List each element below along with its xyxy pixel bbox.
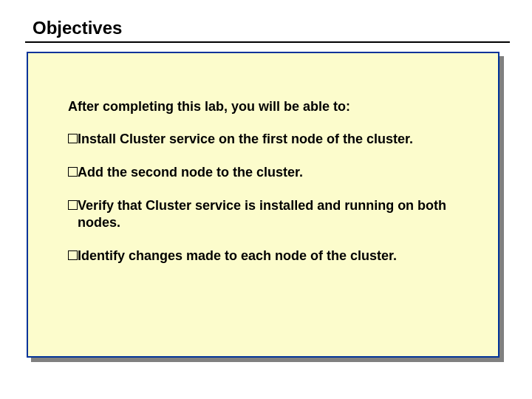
bullet-item: Identify changes made to each node of th… [68, 248, 474, 265]
bullet-item: Add the second node to the cluster. [68, 164, 474, 181]
slide: Objectives After completing this lab, yo… [0, 0, 532, 399]
intro-text: After completing this lab, you will be a… [68, 99, 474, 115]
square-bullet-icon [68, 167, 78, 177]
bullet-text: Identify changes made to each node of th… [78, 248, 474, 265]
bullet-text: Verify that Cluster service is installed… [78, 197, 474, 231]
bullet-item: Install Cluster service on the first nod… [68, 131, 474, 148]
bullet-text: Add the second node to the cluster. [78, 164, 474, 181]
square-bullet-icon [68, 250, 78, 260]
slide-title: Objectives [33, 18, 122, 38]
square-bullet-icon [68, 200, 78, 210]
bullet-item: Verify that Cluster service is installed… [68, 197, 474, 231]
content-panel: After completing this lab, you will be a… [27, 52, 499, 358]
square-bullet-icon [68, 134, 78, 143]
bullet-text: Install Cluster service on the first nod… [78, 131, 474, 148]
title-underline [25, 41, 510, 43]
